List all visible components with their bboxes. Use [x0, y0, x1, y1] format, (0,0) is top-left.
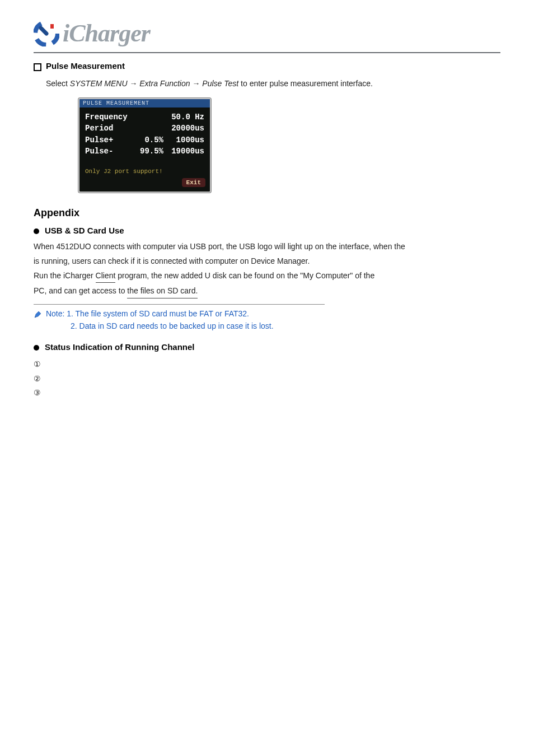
- header-rule: [34, 52, 500, 53]
- logo-icon: [34, 21, 59, 46]
- row-pct: [130, 123, 163, 134]
- row-val: 1000us: [163, 134, 204, 146]
- circled-1-icon: ①: [34, 357, 43, 371]
- text: PC, and can get access to: [34, 286, 127, 295]
- logo: iCharger: [34, 19, 500, 48]
- paragraph: PC, and can get access to the files on S…: [34, 285, 500, 298]
- screen-row: Pulse- 99.5% 19000us: [85, 146, 204, 157]
- screen-row: Frequency 50.0 Hz: [85, 111, 204, 123]
- dot-bullet-icon: [34, 228, 39, 234]
- screen-note: Only J2 port support!: [79, 162, 210, 178]
- screen-row: Period 20000us: [85, 123, 204, 134]
- circled-3-icon: ③: [34, 386, 43, 400]
- row-label: Pulse+: [85, 134, 130, 146]
- page: iCharger Pulse Measurement Select SYSTEM…: [0, 0, 534, 422]
- device-screen: PULSE MEASUREMENT Frequency 50.0 Hz Peri…: [78, 98, 211, 193]
- device-screenshot: PULSE MEASUREMENT Frequency 50.0 Hz Peri…: [78, 98, 500, 193]
- subsection-heading: USB & SD Card Use: [34, 226, 500, 235]
- numbered-list: ① ② ③: [34, 357, 500, 400]
- row-label: Pulse-: [85, 146, 130, 157]
- svg-rect-1: [50, 24, 54, 29]
- pencil-icon: [34, 310, 41, 318]
- subsection-heading: Status Indication of Running Channel: [34, 342, 500, 352]
- section-heading: Pulse Measurement: [34, 61, 500, 71]
- paragraph: is running, users can check if it is con…: [34, 255, 500, 268]
- screen-title: PULSE MEASUREMENT: [79, 99, 210, 108]
- arrow-icon: →: [192, 79, 200, 88]
- row-pct: 0.5%: [130, 134, 163, 146]
- dot-bullet-icon: [34, 345, 39, 351]
- path-suffix: to enter pulse measurement interface.: [241, 79, 373, 88]
- exit-button[interactable]: Exit: [182, 178, 205, 187]
- paragraph: When 4512DUO connects with computer via …: [34, 241, 500, 253]
- logo-text: iCharger: [63, 19, 150, 48]
- square-bullet-icon: [34, 63, 41, 71]
- appendix-heading: Appendix: [34, 207, 500, 219]
- row-val: 19000us: [163, 146, 204, 157]
- list-item: ①: [34, 357, 500, 371]
- text: Run the iCharger: [34, 271, 96, 280]
- underline-text: Client: [96, 270, 116, 283]
- arrow-icon: →: [129, 79, 137, 88]
- text: is running, users can check if it is con…: [34, 256, 310, 265]
- row-label: Period: [85, 123, 130, 134]
- screen-body: Frequency 50.0 Hz Period 20000us Pulse+ …: [79, 108, 210, 162]
- note-line-1: Note: 1. The file system of SD card must…: [46, 309, 249, 318]
- row-val: 50.0 Hz: [163, 111, 204, 123]
- path-seg-3: Pulse Test: [202, 79, 238, 88]
- list-item: ③: [34, 386, 500, 400]
- underline-text: the files on SD card.: [127, 285, 198, 298]
- list-item: ②: [34, 372, 500, 386]
- path-seg-1: SYSTEM MENU: [70, 79, 128, 88]
- subsection-title: Status Indication of Running Channel: [45, 342, 195, 352]
- screen-footer: Exit: [79, 178, 210, 192]
- section-title: Pulse Measurement: [46, 61, 125, 71]
- path-seg-2: Extra Function: [139, 79, 190, 88]
- row-val: 20000us: [163, 123, 204, 134]
- text: program, the new added U disk can be fou…: [115, 271, 374, 280]
- subsection-title: USB & SD Card Use: [45, 226, 124, 235]
- row-pct: 99.5%: [130, 146, 163, 157]
- circled-2-icon: ②: [34, 372, 43, 386]
- note-block: Note: 1. The file system of SD card must…: [34, 304, 325, 332]
- nav-path: Select SYSTEM MENU → Extra Function → Pu…: [46, 79, 500, 88]
- screen-row: Pulse+ 0.5% 1000us: [85, 134, 204, 146]
- path-prefix: Select: [46, 79, 70, 88]
- row-pct: [130, 111, 163, 123]
- row-label: Frequency: [85, 111, 130, 123]
- note-line-2: 2. Data in SD card needs to be backed up…: [71, 320, 325, 333]
- paragraph: Run the iCharger Client program, the new…: [34, 270, 500, 283]
- text: When 4512DUO connects with computer via …: [34, 242, 405, 251]
